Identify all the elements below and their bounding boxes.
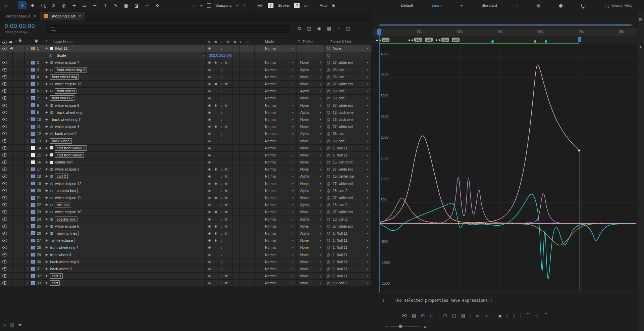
collapse-transformations-icon[interactable]: ⊕ xyxy=(208,182,211,185)
layer-name[interactable]: mic box xyxy=(55,202,71,207)
layer-label-swatch[interactable] xyxy=(31,153,35,157)
effects-icon[interactable]: fx xyxy=(225,281,228,285)
parent-link-dropdown[interactable]: @33. cart▾ xyxy=(324,137,371,144)
layer-label-swatch[interactable] xyxy=(31,196,35,200)
collapse-transformations-icon[interactable]: ⊕ xyxy=(208,47,211,50)
roto-brush-tool[interactable]: ✑ xyxy=(143,1,151,9)
parent-link-dropdown[interactable]: @1. Null 11▾ xyxy=(324,266,371,272)
quality-icon[interactable]: \ xyxy=(221,274,222,278)
layer-name[interactable]: back wheel ring xyxy=(55,110,84,115)
zoom-slider-handle[interactable] xyxy=(399,325,402,328)
trkmat-dropdown[interactable]: None▾ xyxy=(297,273,324,279)
blend-mode-dropdown[interactable]: Normal▾ xyxy=(261,152,297,158)
layer-visibility-toggle[interactable] xyxy=(2,125,7,128)
pickwhip-icon[interactable]: @ xyxy=(327,182,330,185)
pickwhip-icon[interactable]: @ xyxy=(327,89,330,93)
layer-label-swatch[interactable] xyxy=(31,189,35,192)
layer-row[interactable]: ›19★⊡white eclipse 12⊕✱\fxNormal▾None▾@2… xyxy=(0,180,372,187)
layer-label-swatch[interactable] xyxy=(31,75,35,79)
layer-row[interactable]: ›11★⊡white eclipse 4⊕✱\fxNormal▾None▾@27… xyxy=(0,123,372,130)
composition-marker[interactable]: 1a2 xyxy=(414,38,422,42)
parent-link-dropdown[interactable]: @13. back whe▾ xyxy=(324,116,371,123)
blend-mode-dropdown[interactable]: Normal▾ xyxy=(261,280,297,286)
effects-icon[interactable]: fx xyxy=(225,125,228,129)
pickwhip-icon[interactable]: @ xyxy=(327,146,330,150)
parent-link-dropdown[interactable]: @33. cart▾ xyxy=(324,88,371,94)
quality-icon[interactable]: \ xyxy=(221,253,222,256)
trkmat-dropdown[interactable]: None▾ xyxy=(297,137,324,144)
parent-link-dropdown[interactable]: @27. white ecli▾ xyxy=(324,59,371,66)
workspace-overflow-chevrons[interactable]: » xyxy=(516,3,518,7)
parent-link-dropdown[interactable]: @1. Null 11▾ xyxy=(324,152,371,158)
layer-name[interactable]: white eclipse 8 xyxy=(55,224,79,228)
layer-expand-toggle[interactable]: › xyxy=(24,168,31,171)
layer-visibility-toggle[interactable] xyxy=(2,168,7,171)
snap-option-icon[interactable]: ✛ xyxy=(235,3,239,8)
layer-expand-toggle[interactable]: › xyxy=(24,274,31,278)
trkmat-dropdown[interactable]: Alpha▾ xyxy=(297,187,324,194)
pickwhip-icon[interactable]: @ xyxy=(327,125,330,129)
rotation-tool[interactable]: ↺ xyxy=(49,1,58,9)
layer-expand-toggle[interactable]: › xyxy=(24,89,31,93)
trkmat-dropdown[interactable]: None▾ xyxy=(297,159,324,166)
snap-option-2-icon[interactable]: ◇ xyxy=(243,3,246,8)
layer-name[interactable]: white eclipse 9 xyxy=(55,103,79,107)
transform-box-icon[interactable]: ⊞ xyxy=(421,313,425,318)
blend-mode-dropdown[interactable]: Normal▾ xyxy=(261,266,297,272)
zoom-slider[interactable] xyxy=(390,326,420,327)
parent-link-dropdown[interactable]: @1. Null 11▾ xyxy=(324,251,371,258)
help-search-input[interactable] xyxy=(610,3,640,8)
pickwhip-icon[interactable]: @ xyxy=(327,175,330,178)
pickwhip-icon[interactable]: @ xyxy=(327,153,330,157)
layer-visibility-toggle[interactable] xyxy=(2,267,7,271)
speed-graph-icon[interactable]: ≋ xyxy=(476,313,479,318)
layer-row[interactable]: ›15★cart front wheel⊕Normal▾None▾@1. Nul… xyxy=(0,152,372,159)
pickwhip-icon[interactable]: @ xyxy=(327,96,330,100)
parent-link-dropdown[interactable]: @27. white ecli▾ xyxy=(324,223,371,230)
layer-expand-toggle[interactable]: › xyxy=(24,260,31,264)
collapse-transformations-icon[interactable]: ⊕ xyxy=(208,203,211,207)
blend-mode-dropdown[interactable]: Normal▾ xyxy=(261,173,297,180)
layer-visibility-toggle[interactable] xyxy=(2,82,7,86)
layer-label-swatch[interactable] xyxy=(31,274,35,278)
collapse-transformations-icon[interactable]: ⊕ xyxy=(208,196,211,200)
pickwhip-icon[interactable]: @ xyxy=(327,110,330,114)
collapse-transformations-icon[interactable]: ⊕ xyxy=(208,89,211,93)
layer-expand-toggle[interactable]: › xyxy=(24,203,31,206)
pickwhip-icon[interactable]: @ xyxy=(327,231,330,235)
layer-label-swatch[interactable] xyxy=(31,203,35,207)
trkmat-dropdown[interactable]: Alpha▾ xyxy=(297,88,324,94)
layer-expand-toggle[interactable]: › xyxy=(24,239,31,242)
layer-row[interactable]: ›29★front wheel 3⊕\Normal▾None▾@1. Null … xyxy=(0,251,372,258)
layer-row[interactable]: ›4★front wheel ring⊕\Normal▾None▾@33. ca… xyxy=(0,74,372,81)
blend-mode-dropdown[interactable]: Normal▾ xyxy=(261,251,297,258)
layer-row[interactable]: ›22★⊡mic box⊕\fxNormal▾Alpha▾@18. cart 2… xyxy=(0,201,372,208)
collapse-transformations-icon[interactable]: ⊕ xyxy=(208,96,211,100)
ease-out-icon[interactable]: ∖ xyxy=(513,313,515,318)
show-properties-icon[interactable] xyxy=(402,314,407,317)
timeline-panes-icon[interactable]: ⧈ xyxy=(3,322,6,328)
parent-link-dropdown[interactable]: @1. Null 11▾ xyxy=(324,230,371,237)
layer-label-swatch[interactable] xyxy=(31,68,35,72)
pan-behind-tool[interactable]: ✛ xyxy=(70,1,78,9)
pickwhip-icon[interactable]: @ xyxy=(327,82,330,86)
layer-name[interactable]: back wheel xyxy=(50,138,72,144)
close-icon[interactable]: × xyxy=(34,14,36,18)
quality-icon[interactable]: \ xyxy=(221,189,222,192)
layer-visibility-toggle[interactable] xyxy=(2,274,7,278)
snap-icon[interactable]: ∩ xyxy=(430,313,433,318)
layer-visibility-toggle[interactable] xyxy=(2,246,7,249)
rasterize-icon[interactable]: ✱ xyxy=(214,103,217,107)
layer-row[interactable]: ›13★back wheel⊕\Normal▾None▾@33. cart▾ xyxy=(0,137,372,144)
graph-plot[interactable]: 4000350030002500200015001000500-500-1000… xyxy=(373,44,637,293)
layer-row[interactable]: ›26★⊡moving lines⊕✱\fxNormal▾Alpha▾@1. N… xyxy=(0,230,372,237)
layer-expand-toggle[interactable]: › xyxy=(24,225,31,228)
layer-row[interactable]: ›10★back wheel ring 2⊕\Normal▾None▾@13. … xyxy=(0,116,372,123)
layer-expand-toggle[interactable]: › xyxy=(24,132,31,135)
blend-mode-dropdown[interactable]: Normal▾ xyxy=(261,59,297,66)
keyframe-marker-dot[interactable] xyxy=(545,40,547,43)
layer-row[interactable]: ›27★white eclipse⊕✱\Normal▾None▾@1. Null… xyxy=(0,237,372,244)
auto-bezier-icon[interactable]: ⌒ xyxy=(544,313,548,319)
layer-row[interactable]: ›30★back wheel ring 3⊕\Normal▾None▾@1. N… xyxy=(0,258,372,266)
layer-visibility-toggle[interactable] xyxy=(2,260,7,264)
